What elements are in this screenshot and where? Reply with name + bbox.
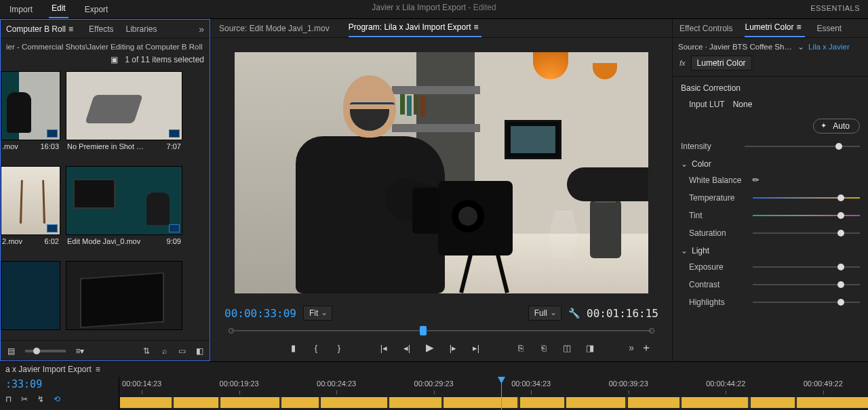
highlights-label: Highlights (689, 298, 746, 307)
filmstrip-icon[interactable]: ▤ (6, 346, 16, 356)
tab-edit[interactable]: Edit (49, 1, 68, 18)
snap-icon[interactable]: ⊓ (5, 394, 12, 404)
tab-bin[interactable]: Computer B Roll (6, 24, 77, 34)
tab-lumetri-color[interactable]: Lumetri Color (745, 22, 804, 37)
clip-item[interactable] (1, 261, 60, 340)
time-tick: 00:00:44:22 (706, 380, 745, 388)
tab-effects[interactable]: Effects (89, 24, 113, 34)
fx-badge-icon[interactable]: fx (679, 59, 686, 67)
effect-name[interactable]: Lumetri Color (691, 56, 752, 70)
resolution-dropdown[interactable]: Full (528, 306, 561, 321)
go-to-in-icon[interactable]: |◂ (378, 342, 389, 353)
bin-path: ier - Commercial Shots\Javier Editing at… (1, 39, 210, 52)
overflow-icon[interactable]: » (629, 342, 634, 353)
go-to-out-icon[interactable]: ▸| (471, 342, 481, 353)
time-tick: 00:00:34:23 (511, 380, 551, 388)
app-title: Javier x Lila Import Export - Edited (372, 3, 496, 12)
new-bin-icon[interactable]: ▭ (177, 346, 186, 356)
time-tick: 00:00:24:23 (317, 380, 356, 388)
tab-essential[interactable]: Essent (817, 24, 842, 37)
export-frame-icon[interactable]: ◫ (561, 342, 572, 353)
scrub-bar[interactable] (224, 325, 658, 337)
panel-menu-icon[interactable] (473, 22, 481, 32)
panel-menu-icon[interactable] (797, 22, 805, 32)
extract-icon[interactable]: ⎗ (538, 342, 549, 353)
tab-effect-controls[interactable]: Effect Controls (679, 24, 732, 37)
exposure-label: Exposure (689, 262, 746, 272)
sort-icon[interactable]: ⇅ (142, 346, 151, 356)
overflow-icon[interactable]: » (199, 24, 204, 35)
timeline-timecode[interactable]: :33:09 (5, 378, 113, 390)
chevron-down-icon[interactable]: ⌄ (797, 42, 804, 52)
step-forward-icon[interactable]: |▸ (448, 342, 458, 353)
tab-export[interactable]: Export (82, 2, 111, 18)
new-item-icon[interactable] (111, 55, 118, 64)
program-viewer[interactable] (235, 52, 648, 293)
marker-icon[interactable]: ↯ (37, 394, 44, 404)
time-tick: 00:00:49:22 (804, 380, 843, 388)
tab-libraries[interactable]: Libraries (126, 24, 157, 34)
play-icon[interactable]: ▶ (425, 342, 435, 353)
white-balance-label: White Balance (689, 176, 746, 185)
input-lut-dropdown[interactable]: None (733, 100, 753, 109)
timeline-playhead[interactable] (501, 377, 502, 410)
workspace-label[interactable]: ESSENTIALS (810, 4, 860, 12)
sequence-link[interactable]: Lila x Javier (808, 43, 850, 51)
search-icon[interactable]: ⌕ (159, 346, 169, 356)
playhead-icon[interactable] (420, 326, 427, 335)
clip-item[interactable]: No Premiere in Shot Editi...7:07 (66, 71, 182, 161)
lumetri-panel: Effect Controls Lumetri Color Essent Sou… (673, 19, 868, 361)
clip-item[interactable]: Edit Mode Javi_0.mov9:09 (66, 166, 182, 255)
settings-icon[interactable]: 🔧 (568, 308, 580, 319)
section-basic-correction[interactable]: Basic Correction (681, 83, 860, 93)
timeline-ruler[interactable]: 00:00:14:23 00:00:19:23 00:00:24:23 00:0… (119, 377, 868, 410)
project-footer: ▤ ≡▾ ⇅ ⌕ ▭ ◧ (1, 340, 210, 361)
saturation-slider[interactable] (753, 228, 860, 238)
clip-item[interactable] (66, 261, 182, 340)
linked-selection-icon[interactable]: ✂ (21, 394, 28, 404)
saturation-label: Saturation (689, 228, 746, 238)
panel-menu-icon[interactable] (68, 24, 77, 34)
clear-icon[interactable]: ◧ (195, 346, 204, 356)
sequence-tab[interactable]: a x Javier Import Export (5, 365, 92, 374)
panel-menu-icon[interactable] (96, 365, 104, 374)
contrast-label: Contrast (689, 280, 746, 289)
clip-item[interactable]: 2.mov6:02 (1, 166, 60, 255)
zoom-slider[interactable] (33, 348, 40, 354)
step-back-icon[interactable]: ◂| (401, 342, 412, 353)
tab-source[interactable]: Source: Edit Mode Javi_1.mov (219, 24, 330, 37)
tint-slider[interactable] (753, 211, 860, 220)
eyedropper-icon[interactable] (753, 176, 760, 185)
comparison-view-icon[interactable]: ◨ (585, 342, 595, 353)
group-light[interactable]: Light (681, 246, 860, 255)
auto-button[interactable]: Auto (813, 119, 860, 134)
time-tick: 00:00:39:23 (609, 380, 648, 388)
mark-in-icon[interactable]: { (311, 342, 321, 353)
group-color[interactable]: Color (681, 159, 860, 169)
zoom-dropdown[interactable]: Fit (303, 306, 332, 321)
highlights-slider[interactable] (753, 298, 860, 307)
source-clip-label[interactable]: Source · Javier BTS Coffee Shoot... (678, 43, 793, 51)
add-marker-icon[interactable]: ▮ (288, 342, 298, 353)
project-panel: Computer B Roll Effects Libraries » ier … (0, 19, 210, 361)
timecode-out: 00:01:16:15 (587, 307, 658, 320)
timecode-in[interactable]: 00:00:33:09 (224, 307, 296, 320)
tab-import[interactable]: Import (7, 2, 35, 18)
media-badge-icon (169, 224, 180, 232)
temperature-slider[interactable] (753, 193, 860, 203)
exposure-slider[interactable] (753, 262, 860, 272)
button-editor-icon[interactable]: ＋ (641, 341, 652, 355)
program-monitor-panel: Source: Edit Mode Javi_1.mov Program: Li… (210, 19, 673, 361)
intensity-slider[interactable] (745, 142, 860, 151)
media-badge-icon (47, 224, 58, 232)
time-tick: 00:00:29:23 (414, 380, 454, 388)
lift-icon[interactable]: ⎘ (515, 342, 526, 353)
list-view-icon[interactable]: ≡▾ (75, 346, 85, 356)
media-badge-icon (47, 129, 58, 138)
settings-link-icon[interactable]: ⟲ (54, 394, 60, 404)
clip-item[interactable]: .mov16:03 (1, 71, 60, 161)
input-lut-label: Input LUT (689, 100, 725, 109)
mark-out-icon[interactable]: } (334, 342, 344, 353)
tab-program[interactable]: Program: Lila x Javi Import Export (349, 22, 482, 37)
contrast-slider[interactable] (753, 280, 860, 289)
